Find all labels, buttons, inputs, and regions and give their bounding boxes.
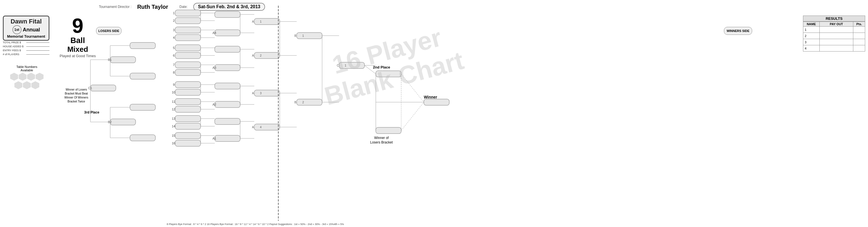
svg-rect-45 [254, 52, 280, 59]
svg-line-138 [401, 102, 424, 131]
bracket-note: Winner of Losers Bracket Must Beat Winne… [57, 88, 96, 104]
svg-rect-115 [110, 57, 135, 63]
director-name: Ruth Taylor [137, 4, 168, 10]
svg-rect-2 [175, 18, 200, 24]
svg-rect-24 [175, 115, 200, 122]
played-text: Played at Good Times [52, 54, 103, 58]
players-label: # of PLAYERS [3, 53, 25, 56]
watermark: 16 Player Blank Chart [314, 19, 467, 110]
svg-text:1: 1 [302, 34, 304, 37]
result-name-1 [819, 27, 853, 33]
date-value: Sat-Sun Feb. 2nd & 3rd, 2013 [193, 3, 265, 11]
svg-text:A: A [252, 54, 254, 57]
hexagon-group [8, 73, 45, 89]
second-place-label: 2nd Place [373, 65, 390, 69]
svg-text:6: 6 [173, 54, 175, 57]
result-row-4: 4 [803, 45, 865, 52]
logo-panel: Dawn Fital 1st Annual Memorial Tournamen… [3, 16, 50, 41]
logo-rank: 1st [12, 25, 22, 34]
ball-number: 9 [52, 16, 103, 36]
svg-rect-35 [215, 46, 240, 52]
entry-fees-label: ENTRY FEES $ [3, 49, 25, 52]
result-pos-2: 2 [803, 33, 820, 39]
winners-side-label: WINNERS SIDE [724, 27, 752, 35]
svg-text:16: 16 [172, 142, 175, 145]
logo-title: Dawn Fital [5, 18, 47, 25]
svg-rect-111 [130, 42, 155, 49]
hex-4 [36, 73, 43, 81]
svg-text:B2: B2 [108, 120, 112, 124]
svg-text:8: 8 [173, 71, 175, 74]
svg-text:B: B [294, 34, 297, 37]
svg-rect-6 [175, 34, 200, 41]
info-panel: 9 Ball Mixed Played at Good Times [52, 16, 103, 58]
svg-rect-38 [215, 101, 240, 108]
svg-rect-56 [297, 33, 322, 39]
svg-text:A3: A3 [213, 66, 216, 69]
house-added-label: HOUSE ADDED $ [3, 45, 25, 48]
result-pts-1 [853, 27, 865, 33]
result-pts-4 [853, 45, 865, 52]
svg-text:4: 4 [173, 36, 175, 39]
date-label: Date: [179, 5, 188, 9]
result-row-3: 3 [803, 39, 865, 45]
hex-2 [19, 73, 27, 81]
svg-rect-12 [175, 62, 200, 68]
result-name-2 [819, 33, 853, 39]
footer-note: 8 Players Bye Format : 8 * 4 * 6 * 2 16 … [167, 223, 344, 226]
svg-rect-62 [339, 62, 365, 68]
svg-text:3: 3 [260, 92, 261, 95]
svg-rect-41 [215, 135, 240, 142]
svg-rect-26 [175, 123, 200, 129]
svg-text:A1: A1 [213, 137, 216, 140]
svg-text:2: 2 [260, 54, 261, 57]
svg-text:13: 13 [172, 117, 175, 120]
mixed-text: Mixed [52, 45, 103, 54]
svg-rect-0 [175, 10, 200, 16]
svg-rect-47 [254, 124, 280, 130]
svg-text:A: A [252, 92, 254, 95]
svg-rect-30 [175, 140, 200, 146]
svg-text:10: 10 [172, 91, 175, 94]
svg-rect-10 [175, 52, 200, 59]
svg-rect-116 [110, 119, 135, 125]
svg-rect-131 [376, 71, 401, 77]
results-data-table: NAME PAY OUT Pts. 1 2 3 [803, 22, 865, 52]
logo-memorial: Memorial Tournament [5, 34, 47, 38]
director-label: Tournament Director : [99, 5, 131, 9]
total-prize-label: TOTAL PRIZE $ [3, 41, 25, 44]
svg-rect-113 [130, 104, 155, 110]
hex-7 [31, 81, 39, 89]
svg-text:C: C [337, 64, 339, 67]
result-name-3 [819, 39, 853, 45]
svg-text:A: A [252, 126, 254, 129]
svg-rect-114 [130, 135, 155, 141]
svg-text:2: 2 [302, 101, 304, 104]
winner-label: Winner [424, 95, 437, 100]
result-name-4 [819, 45, 853, 52]
hex-3 [27, 73, 35, 81]
third-place-label: 3rd Place [84, 110, 99, 114]
col-header-payout: PAY OUT [819, 22, 853, 27]
svg-rect-22 [175, 106, 200, 112]
svg-rect-28 [175, 133, 200, 139]
svg-text:9: 9 [173, 83, 175, 86]
hex-1 [10, 73, 18, 81]
svg-rect-32 [215, 11, 240, 18]
svg-rect-112 [130, 73, 155, 79]
svg-text:15: 15 [172, 134, 175, 137]
svg-rect-40 [215, 118, 240, 124]
logo-annual: Annual [23, 27, 40, 33]
ball-text: Ball [52, 36, 103, 45]
svg-rect-44 [254, 19, 280, 25]
svg-rect-36 [215, 64, 240, 71]
tournament-page: Tournament Director : Ruth Taylor Date: … [0, 0, 868, 227]
result-pos-4: 4 [803, 45, 820, 52]
svg-rect-20 [175, 98, 200, 105]
svg-rect-18 [175, 89, 200, 95]
prize-panel: TOTAL PRIZE $ HOUSE ADDED $ ENTRY FEES $… [3, 41, 50, 57]
svg-text:12: 12 [172, 108, 175, 111]
svg-text:5: 5 [173, 46, 175, 50]
svg-text:3: 3 [173, 28, 175, 32]
svg-rect-133 [424, 99, 449, 105]
